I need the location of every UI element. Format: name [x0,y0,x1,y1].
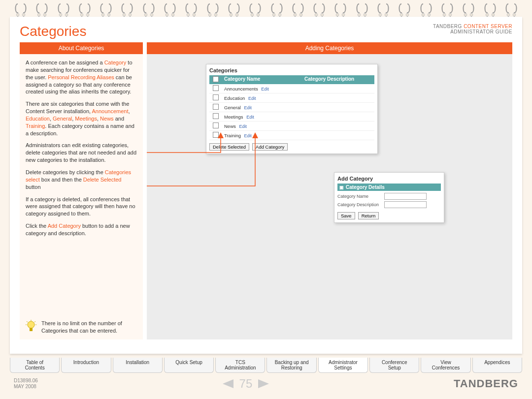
svg-point-33 [364,13,366,16]
nav-tab[interactable]: AdministratorSettings [318,358,368,373]
table-row: General Edit [209,103,374,112]
input-category-desc[interactable] [384,201,427,208]
about-p3: Administrators can edit existing categor… [26,142,137,164]
svg-point-37 [406,13,409,16]
doc-brand-header: TANDBERG CONTENT SERVER ADMINISTRATOR GU… [433,24,512,34]
spiral-ring-icon [505,3,517,17]
svg-point-15 [171,13,174,16]
svg-point-31 [342,13,345,16]
spiral-ring-icon [36,3,48,17]
nav-tab[interactable]: ConferenceSetup [369,358,419,373]
svg-point-40 [443,13,446,16]
row-name: Training Edit [222,132,302,139]
next-page-icon[interactable] [258,379,269,388]
svg-point-43 [470,13,473,16]
spiral-ring-icon [228,3,240,17]
svg-point-23 [257,13,260,16]
row-checkbox[interactable] [213,104,219,110]
svg-point-36 [400,13,403,16]
nav-tab[interactable]: Introduction [61,358,111,373]
spiral-ring-icon [121,3,133,17]
nav-tab[interactable]: ViewConferences [421,358,470,373]
prev-page-icon[interactable] [223,379,233,388]
spiral-binding: // Rendered after JSON load — but spiral… [0,0,532,17]
svg-point-17 [193,13,196,16]
svg-point-25 [278,13,281,16]
row-desc [302,97,374,99]
illustration-column: Categories Category Name Category Descri… [147,54,512,339]
svg-point-45 [492,13,495,16]
svg-point-35 [385,13,388,16]
add-category-button[interactable]: Add Category [252,143,288,151]
footer-brand: TANDBERG [454,377,518,390]
nav-tab[interactable]: TCSAdministration [215,358,265,373]
edit-link[interactable]: Edit [246,115,254,120]
spiral-ring-icon [377,3,389,17]
svg-line-52 [34,321,35,322]
edit-link[interactable]: Edit [244,105,252,110]
label-category-name: Category Name [337,194,384,199]
input-category-name[interactable] [384,193,427,200]
spiral-ring-icon [100,3,112,17]
lightbulb-icon [26,320,36,334]
table-row: News Edit [209,122,374,131]
page-number: 75 [239,377,253,391]
svg-point-41 [449,13,452,16]
edit-link[interactable]: Edit [248,96,256,101]
edit-link[interactable]: Edit [244,133,252,138]
label-category-desc: Category Description [337,202,384,207]
spiral-ring-icon [58,3,69,17]
svg-point-4 [59,13,62,16]
about-p2: There are six categories that come with … [26,100,137,137]
row-checkbox[interactable] [213,132,219,138]
table-row: Training Edit [209,131,374,140]
svg-point-7 [86,13,89,16]
footer-docinfo: D13898.06 MAY 2008 [14,378,38,390]
svg-point-39 [428,13,431,16]
nav-tab[interactable]: Appendices [472,358,522,373]
row-checkbox[interactable] [213,123,219,128]
about-p5: If a category is deleted, all conference… [26,196,137,218]
spiral-ring-icon [463,3,474,17]
return-button[interactable]: Return [358,212,379,219]
svg-point-22 [251,13,254,16]
tip-box: There is no limit on the number of Categ… [26,315,137,335]
brand-text: TANDBERG [433,24,464,29]
row-checkbox[interactable] [213,94,219,100]
row-checkbox[interactable] [213,113,219,119]
spiral-ring-icon [271,3,283,17]
spiral-ring-icon [185,3,197,17]
svg-point-29 [321,13,324,16]
svg-point-3 [43,13,46,16]
nav-tab[interactable]: Table ofContents [10,358,60,373]
svg-point-6 [80,13,83,16]
spiral-ring-icon [420,3,432,17]
save-button[interactable]: Save [337,212,355,219]
svg-point-32 [358,13,361,16]
svg-point-19 [214,13,217,16]
tab-adding: Adding Categories [147,42,512,54]
svg-point-26 [294,13,297,16]
row-name: General Edit [222,104,302,111]
svg-point-48 [28,321,34,328]
tab-about: About Categories [20,42,143,54]
row-checkbox[interactable] [213,85,219,91]
spiral-ring-icon [143,3,155,17]
about-p1: A conference can be assigned a Category … [26,59,137,95]
select-all-checkbox[interactable] [213,76,219,82]
about-column: A conference can be assigned a Category … [20,54,143,339]
edit-link[interactable]: Edit [239,124,247,129]
nav-tab[interactable]: Quick Setup [164,358,214,373]
category-details-header: ▣ Category Details [337,184,441,191]
row-desc [302,88,374,90]
svg-point-1 [22,13,25,16]
row-desc [302,116,374,118]
svg-point-11 [129,13,132,16]
delete-selected-button[interactable]: Delete Selected [209,143,249,151]
nav-tab[interactable]: Backing up andRestoring [266,358,316,373]
nav-tab[interactable]: Installation [113,358,163,373]
add-category-screenshot: Add Category ▣ Category Details Category… [334,172,444,223]
edit-link[interactable]: Edit [261,87,269,92]
spiral-ring-icon [15,3,27,17]
row-name: Meetings Edit [222,113,302,121]
